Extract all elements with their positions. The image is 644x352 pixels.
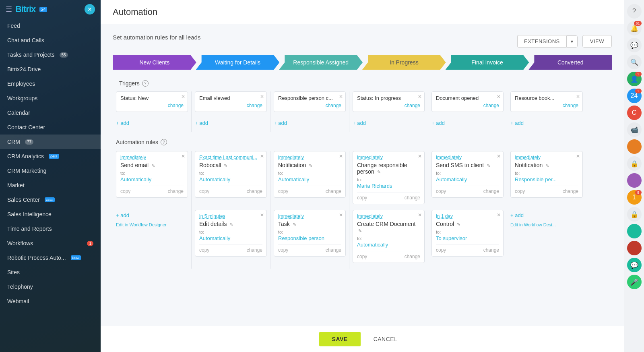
rule-timing[interactable]: immediately — [278, 155, 341, 160]
rule-timing[interactable]: Exact time Last communi... — [199, 155, 262, 160]
change-rule-button[interactable]: change — [483, 247, 499, 253]
sidebar-item-workflows[interactable]: Workflows1 — [0, 236, 101, 251]
trigger-change-btn[interactable]: change — [278, 103, 341, 108]
rule-recipient[interactable]: To supervisor — [436, 235, 499, 241]
sidebar-item-crm-marketing[interactable]: CRM Marketing — [0, 164, 101, 178]
change-rule-button[interactable]: change — [483, 188, 499, 194]
edit-rule-icon[interactable]: ✎ — [545, 163, 549, 168]
close-rule-icon[interactable]: ✕ — [497, 153, 501, 159]
right-panel-icon-crm-red[interactable]: C — [627, 106, 642, 120]
right-panel-icon-chat-bubble[interactable]: 💬 — [627, 38, 642, 52]
change-rule-button[interactable]: change — [326, 247, 341, 253]
sidebar-item-time-reports[interactable]: Time and Reports — [0, 222, 101, 236]
sidebar-item-contact-center[interactable]: Contact Center — [0, 120, 101, 135]
edit-rule-icon[interactable]: ✎ — [224, 163, 227, 168]
sidebar-item-feed[interactable]: Feed — [0, 19, 101, 33]
edit-rule-icon[interactable]: ✎ — [358, 228, 362, 233]
add-rule-button[interactable]: + add — [510, 210, 583, 221]
rule-timing[interactable]: immediately — [436, 155, 499, 160]
sidebar-item-tasks[interactable]: Tasks and Projects55 — [0, 48, 101, 62]
close-trigger-icon[interactable]: ✕ — [260, 94, 264, 99]
triggers-help-icon[interactable]: ? — [142, 80, 149, 87]
save-button[interactable]: SAVE — [319, 332, 361, 346]
copy-rule-button[interactable]: copy — [120, 188, 130, 194]
rule-recipient[interactable]: Automatically — [120, 176, 184, 182]
right-panel-icon-avatar-green[interactable]: 👤1 — [627, 72, 642, 86]
right-panel-icon-help[interactable]: ? — [627, 4, 642, 19]
right-panel-icon-notifications[interactable]: 🔔61 — [627, 21, 642, 35]
close-trigger-icon[interactable]: ✕ — [181, 94, 185, 99]
edit-rule-icon[interactable]: ✎ — [487, 163, 490, 168]
close-rule-icon[interactable]: ✕ — [418, 153, 422, 159]
rule-recipient[interactable]: Automatically — [199, 235, 262, 241]
trigger-change-btn[interactable]: change — [436, 103, 499, 108]
close-rule-icon[interactable]: ✕ — [260, 153, 264, 159]
extensions-button[interactable]: EXTENSIONS — [517, 35, 566, 48]
rule-timing[interactable]: immediately — [278, 213, 341, 219]
change-rule-button[interactable]: change — [405, 195, 420, 201]
right-panel-icon-avatar-teal[interactable] — [627, 224, 642, 238]
rule-recipient[interactable]: Automatically — [436, 176, 499, 182]
sidebar-item-robotic[interactable]: Robotic Process Auto...beta — [0, 251, 101, 265]
add-rule-button[interactable]: + add — [116, 210, 188, 221]
change-rule-button[interactable]: change — [247, 188, 262, 194]
sidebar-item-sales-intelligence[interactable]: Sales Intelligence — [0, 207, 101, 222]
copy-rule-button[interactable]: copy — [357, 254, 367, 259]
right-panel-icon-search[interactable]: 🔍 — [627, 55, 642, 69]
close-rule-icon[interactable]: ✕ — [576, 153, 580, 159]
extensions-dropdown[interactable]: ▾ — [566, 35, 578, 48]
copy-rule-button[interactable]: copy — [357, 195, 367, 201]
add-trigger-button[interactable]: + add — [353, 118, 425, 128]
stage-tab-responsible[interactable]: Responsible Assigned — [279, 55, 363, 70]
automation-rules-help-icon[interactable]: ? — [161, 139, 167, 145]
copy-rule-button[interactable]: copy — [436, 247, 446, 253]
sidebar-item-market[interactable]: Market — [0, 178, 101, 193]
change-rule-button[interactable]: change — [168, 188, 184, 194]
stage-tab-final-invoice[interactable]: Final Invoice — [446, 55, 529, 70]
edit-rule-icon[interactable]: ✎ — [293, 222, 296, 227]
rule-timing[interactable]: immediately — [357, 213, 420, 219]
view-button[interactable]: VIEW — [582, 35, 612, 48]
close-rule-icon[interactable]: ✕ — [497, 212, 501, 218]
right-panel-icon-avatar-red[interactable] — [627, 241, 642, 255]
close-trigger-icon[interactable]: ✕ — [339, 94, 343, 99]
right-panel-icon-badge-1[interactable]: 18 — [627, 190, 642, 205]
trigger-change-btn[interactable]: change — [199, 103, 262, 108]
right-panel-icon-lock-orange[interactable]: 🔒 — [627, 156, 642, 171]
right-panel-icon-lock-gray[interactable]: 🔒 — [627, 207, 642, 222]
add-trigger-button[interactable]: + add — [431, 118, 504, 128]
stage-tab-waiting[interactable]: Waiting for Details — [196, 55, 280, 70]
right-panel-icon-chat-teal[interactable]: 💬 — [627, 258, 642, 272]
right-panel-icon-avatar-orange[interactable] — [627, 139, 642, 154]
copy-rule-button[interactable]: copy — [278, 188, 288, 194]
add-trigger-button[interactable]: + add — [510, 118, 583, 128]
close-trigger-icon[interactable]: ✕ — [576, 94, 580, 99]
rule-recipient[interactable]: Automatically — [278, 176, 341, 182]
copy-rule-button[interactable]: copy — [278, 247, 288, 253]
rule-recipient[interactable]: Automatically — [199, 176, 262, 182]
hamburger-icon[interactable]: ☰ — [6, 5, 12, 14]
copy-rule-button[interactable]: copy — [436, 188, 446, 194]
stage-tab-converted[interactable]: Converted — [528, 55, 612, 70]
change-rule-button[interactable]: change — [326, 188, 341, 194]
rule-timing[interactable]: in 5 minutes — [199, 213, 262, 219]
close-trigger-icon[interactable]: ✕ — [497, 94, 501, 99]
close-trigger-icon[interactable]: ✕ — [418, 94, 422, 99]
sidebar-item-webmail[interactable]: Webmail — [0, 294, 101, 309]
sidebar-item-sites[interactable]: Sites — [0, 265, 101, 280]
rule-timing[interactable]: immediately — [357, 155, 420, 160]
sidebar-item-crm-analytics[interactable]: CRM Analyticsbeta — [0, 149, 101, 164]
right-panel-icon-mic-green[interactable]: 🎤 — [627, 275, 642, 289]
sidebar-item-chat[interactable]: Chat and Calls — [0, 33, 101, 48]
sidebar-item-telephony[interactable]: Telephony — [0, 280, 101, 294]
copy-rule-button[interactable]: copy — [515, 188, 525, 194]
workflow-designer-link[interactable]: Edit in Workflow Designer — [116, 221, 188, 229]
rule-timing[interactable]: immediately — [515, 155, 578, 160]
rule-recipient[interactable]: Automatically — [357, 242, 420, 248]
right-panel-icon-video[interactable]: 📹 — [627, 122, 642, 137]
change-rule-button[interactable]: change — [563, 188, 578, 194]
close-rule-icon[interactable]: ✕ — [339, 212, 343, 218]
sidebar-item-drive[interactable]: Bitrix24.Drive — [0, 62, 101, 77]
sidebar-item-employees[interactable]: Employees — [0, 77, 101, 91]
add-trigger-button[interactable]: + add — [195, 118, 267, 128]
